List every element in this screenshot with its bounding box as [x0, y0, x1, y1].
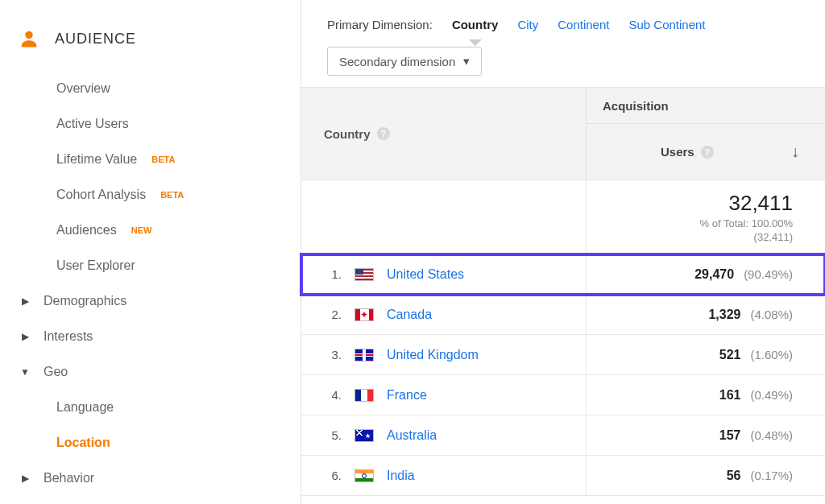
sidebar-item-behavior[interactable]: ▶Behavior: [10, 461, 301, 496]
row-rank: 4.: [327, 388, 342, 402]
column-header-users[interactable]: Users ? ↓: [587, 124, 825, 180]
row-users-pct: (90.49%): [744, 267, 793, 281]
sidebar-item-label: Interests: [44, 329, 93, 344]
row-users-value: 29,470: [694, 267, 734, 282]
main-panel: Primary Dimension: CountryCityContinentS…: [301, 0, 825, 504]
sidebar-item-label: Demographics: [44, 294, 126, 308]
sidebar-item-overview[interactable]: Overview: [10, 71, 301, 106]
sidebar-item-cohort-analysis[interactable]: Cohort AnalysisBETA: [10, 177, 301, 213]
sidebar-item-label: Audiences: [56, 223, 117, 238]
table-row: 2.✦Canada1,329(4.08%): [301, 295, 825, 335]
row-rank: 3.: [327, 348, 342, 361]
sidebar-item-lifetime-value[interactable]: Lifetime ValueBETA: [10, 142, 301, 177]
caret-down-icon: ▼: [18, 366, 32, 378]
metric-group-header: Acquisition: [587, 88, 825, 124]
data-table: Country ? Acquisition Users ? ↓: [301, 87, 825, 496]
sidebar-item-demographics[interactable]: ▶Demographics: [10, 283, 301, 319]
sidebar-item-label: Lifetime Value: [56, 152, 137, 167]
country-link[interactable]: France: [387, 388, 427, 403]
column-header-country-label: Country: [324, 127, 371, 141]
flag-au-icon: ★: [354, 429, 374, 442]
sidebar-item-language[interactable]: Language: [10, 390, 301, 425]
sidebar-item-label: Location: [56, 436, 110, 450]
caret-right-icon: ▶: [18, 473, 32, 484]
row-users-value: 521: [719, 348, 741, 362]
sidebar-list: OverviewActive UsersLifetime ValueBETACo…: [0, 71, 301, 496]
tab-continent[interactable]: Continent: [558, 18, 609, 31]
table-row: 1.United States29,470(90.49%): [301, 254, 825, 295]
sidebar-item-location[interactable]: Location: [10, 425, 301, 461]
country-link[interactable]: United States: [387, 267, 464, 282]
sidebar-section-title: AUDIENCE: [55, 31, 136, 48]
country-link[interactable]: Australia: [387, 428, 437, 443]
table-row: 5.★Australia157(0.48%): [301, 415, 825, 456]
primary-dimension-row: Primary Dimension: CountryCityContinentS…: [301, 13, 825, 35]
caret-right-icon: ▶: [18, 295, 32, 307]
row-rank: 1.: [327, 267, 342, 281]
sidebar-item-label: Active Users: [56, 117, 129, 131]
caret-down-icon: ▾: [463, 54, 470, 68]
sidebar: AUDIENCE OverviewActive UsersLifetime Va…: [0, 0, 301, 504]
table-header: Country ? Acquisition Users ? ↓: [301, 88, 825, 180]
table-total-row: 32,411 % of Total: 100.00% (32,411): [301, 180, 825, 254]
badge-new: NEW: [131, 225, 152, 235]
metric-group-label: Acquisition: [603, 99, 669, 113]
row-users-value: 161: [719, 388, 741, 403]
sidebar-item-label: Behavior: [44, 471, 94, 485]
sidebar-section-header[interactable]: AUDIENCE: [0, 19, 301, 71]
sidebar-item-label: Cohort Analysis: [56, 188, 146, 202]
country-link[interactable]: Canada: [387, 308, 432, 322]
badge-beta: BETA: [151, 155, 175, 164]
help-icon[interactable]: ?: [377, 127, 390, 140]
caret-right-icon: ▶: [18, 331, 32, 342]
flag-ca-icon: ✦: [354, 308, 374, 321]
sidebar-item-label: User Explorer: [56, 258, 135, 273]
sidebar-item-geo[interactable]: ▼Geo: [10, 354, 301, 390]
tab-sub-continent[interactable]: Sub Continent: [628, 18, 705, 31]
total-users-value: 32,411: [728, 191, 793, 216]
table-row: 4.France161(0.49%): [301, 375, 825, 415]
country-link[interactable]: India: [387, 469, 415, 483]
secondary-dimension-row: Secondary dimension ▾: [301, 35, 825, 87]
sidebar-item-label: Overview: [56, 81, 110, 96]
sidebar-item-label: Geo: [44, 365, 68, 379]
flag-in-icon: [354, 469, 374, 482]
total-users-sub2: (32,411): [754, 231, 793, 243]
svg-point-0: [25, 31, 32, 39]
row-users-pct: (0.48%): [750, 428, 793, 442]
row-users-value: 56: [727, 469, 741, 483]
country-link[interactable]: United Kingdom: [387, 348, 479, 362]
column-header-country[interactable]: Country ?: [301, 88, 587, 180]
sidebar-item-active-users[interactable]: Active Users: [10, 106, 301, 142]
row-rank: 6.: [327, 469, 342, 482]
secondary-dimension-button[interactable]: Secondary dimension ▾: [327, 47, 482, 76]
total-users-sub1: % of Total: 100.00%: [700, 217, 793, 229]
sidebar-item-label: Language: [56, 400, 114, 415]
help-icon[interactable]: ?: [701, 146, 714, 159]
sort-descending-icon[interactable]: ↓: [791, 143, 799, 161]
primary-dimension-label: Primary Dimension:: [327, 18, 433, 31]
row-users-value: 1,329: [708, 308, 740, 322]
table-row: 6.India56(0.17%): [301, 456, 825, 496]
row-users-pct: (1.60%): [750, 348, 793, 361]
row-users-pct: (0.49%): [750, 388, 793, 402]
table-row: 3.United Kingdom521(1.60%): [301, 335, 825, 375]
sidebar-item-audiences[interactable]: AudiencesNEW: [10, 213, 301, 248]
person-icon: [18, 27, 40, 50]
row-rank: 2.: [327, 308, 342, 321]
sidebar-item-interests[interactable]: ▶Interests: [10, 319, 301, 354]
tab-country[interactable]: Country: [452, 18, 499, 31]
sidebar-item-user-explorer[interactable]: User Explorer: [10, 248, 301, 283]
row-rank: 5.: [327, 428, 342, 442]
row-users-pct: (4.08%): [750, 308, 793, 321]
column-header-users-label: Users: [661, 145, 694, 159]
flag-gb-icon: [354, 349, 374, 361]
tab-city[interactable]: City: [517, 18, 538, 31]
row-users-value: 157: [719, 428, 741, 443]
secondary-dimension-label: Secondary dimension: [339, 55, 455, 68]
badge-beta: BETA: [160, 190, 184, 200]
flag-fr-icon: [354, 389, 374, 402]
flag-us-icon: [354, 268, 374, 281]
row-users-pct: (0.17%): [750, 469, 793, 482]
